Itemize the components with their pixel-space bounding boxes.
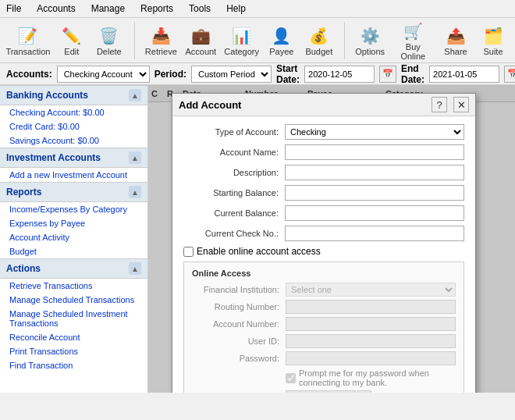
toolbar-edit-btn[interactable]: ✏️ Edit [56, 23, 87, 58]
account-name-input[interactable] [285, 144, 464, 160]
type-of-account-select[interactable]: Checking Savings Credit Card Investment [285, 124, 464, 140]
menu-file[interactable]: File [3, 2, 24, 16]
menu-reports[interactable]: Reports [137, 2, 176, 16]
sidebar-item-income-expenses[interactable]: Income/Expenses By Category [0, 202, 147, 216]
content-area: C R Date Number Payee Category Add Accou… [148, 85, 515, 393]
password-input[interactable] [286, 351, 456, 365]
sidebar-item-savings[interactable]: Savings Account: $0.00 [0, 133, 147, 148]
sidebar-item-credit[interactable]: Credit Card: $0.00 [0, 119, 147, 133]
description-label: Description: [183, 168, 285, 177]
routing-number-row: Routing Number: [192, 300, 456, 314]
sidebar-section-banking[interactable]: Banking Accounts ▲ [0, 85, 147, 105]
current-check-no-input[interactable] [285, 226, 464, 241]
account-name-row: Account Name: [183, 144, 464, 160]
password-label: Password: [192, 354, 286, 363]
start-date-label: Start Date: [276, 63, 300, 85]
toolbar-share-btn[interactable]: 📤 Share [440, 23, 471, 58]
account-bar: Accounts: Checking Account Period: Custo… [0, 63, 515, 85]
current-check-no-label: Current Check No.: [183, 229, 285, 238]
toolbar-category-btn[interactable]: 📊 Category [224, 23, 260, 58]
enable-online-checkbox[interactable] [183, 247, 194, 257]
buy-online-icon: 🛒 [400, 20, 425, 42]
toolbar-account-btn[interactable]: 💼 Account [184, 23, 218, 58]
modal-title-bar: Add Account ? ✕ [172, 94, 475, 116]
last-import-calendar-btn[interactable]: 📅 [357, 390, 371, 393]
toolbar: 📝 Transaction ✏️ Edit 🗑️ Delete 📥 Retrie… [0, 18, 515, 63]
sidebar-item-manage-scheduled-inv[interactable]: Manage Scheduled Investment Transactions [0, 307, 147, 330]
account-name-label: Account Name: [183, 148, 285, 157]
current-check-no-row: Current Check No.: [183, 226, 464, 241]
sidebar-section-investment[interactable]: Investment Accounts ▲ [0, 148, 147, 168]
accounts-select[interactable]: Checking Account [57, 66, 150, 83]
modal-body: Type of Account: Checking Savings Credit… [172, 116, 475, 393]
sidebar-item-budget[interactable]: Budget [0, 244, 147, 258]
sidebar-item-find[interactable]: Find Transaction [0, 358, 147, 372]
menu-manage[interactable]: Manage [88, 2, 128, 16]
transaction-icon: 📝 [16, 25, 41, 47]
starting-balance-row: Starting Balance: [183, 185, 464, 201]
online-access-section: Online Access Financial Institution: Sel… [183, 262, 464, 393]
period-label: Period: [154, 69, 186, 80]
start-date-input[interactable]: 2020-12-05 [304, 66, 375, 83]
account-number-input[interactable] [286, 317, 456, 331]
toolbar-transaction-btn[interactable]: 📝 Transaction [6, 23, 50, 58]
last-import-row: Last Import: 2020-12-05 📅 [192, 390, 456, 393]
routing-number-label: Routing Number: [192, 302, 286, 311]
sidebar-item-checking[interactable]: Checking Account: $0.00 [0, 105, 147, 119]
type-of-account-row: Type of Account: Checking Savings Credit… [183, 124, 464, 140]
sidebar-item-account-activity[interactable]: Account Activity [0, 230, 147, 244]
financial-institution-select[interactable]: Select one [286, 283, 456, 297]
account-number-label: Account Number: [192, 319, 286, 329]
main-layout: Banking Accounts ▲ Checking Account: $0.… [0, 85, 515, 393]
start-date-calendar-btn[interactable]: 📅 [379, 66, 396, 83]
sidebar-item-add-investment[interactable]: Add a new Investment Account [0, 168, 147, 182]
toolbar-suite-btn[interactable]: 🗂️ Suite [478, 23, 509, 58]
budget-icon: 💰 [307, 25, 332, 47]
sidebar-item-expenses-payee[interactable]: Expenses by Payee [0, 216, 147, 230]
starting-balance-label: Starting Balance: [183, 188, 285, 198]
menu-tools[interactable]: Tools [186, 2, 214, 16]
toolbar-delete-btn[interactable]: 🗑️ Delete [94, 23, 125, 58]
investment-collapse-btn[interactable]: ▲ [129, 151, 141, 164]
end-date-input[interactable]: 2021-01-05 [429, 66, 499, 83]
period-select[interactable]: Custom Period [191, 66, 272, 83]
prompt-checkbox [286, 373, 296, 383]
menu-accounts[interactable]: Accounts [34, 2, 78, 16]
reports-collapse-btn[interactable]: ▲ [129, 186, 141, 198]
starting-balance-input[interactable] [285, 185, 464, 201]
last-import-input[interactable]: 2020-12-05 [286, 390, 356, 393]
type-of-account-label: Type of Account: [183, 127, 285, 137]
separator-1 [134, 22, 135, 59]
banking-collapse-btn[interactable]: ▲ [129, 89, 141, 101]
toolbar-budget-btn[interactable]: 💰 Budget [304, 23, 335, 58]
sidebar-section-actions[interactable]: Actions ▲ [0, 258, 147, 279]
user-id-label: User ID: [192, 336, 286, 346]
prompt-row: Prompt me for my password when connectin… [192, 368, 456, 387]
toolbar-retrieve-btn[interactable]: 📥 Retrieve [144, 23, 178, 58]
routing-number-input[interactable] [286, 300, 456, 314]
user-id-input[interactable] [286, 334, 456, 348]
toolbar-payee-btn[interactable]: 👤 Payee [266, 23, 297, 58]
menu-help[interactable]: Help [223, 2, 249, 16]
sidebar-item-print[interactable]: Print Transactions [0, 344, 147, 358]
modal-help-icon-btn[interactable]: ? [432, 97, 447, 112]
toolbar-options-btn[interactable]: ⚙️ Options [354, 23, 386, 58]
toolbar-buy-online-btn[interactable]: 🛒 Buy Online [392, 19, 434, 62]
payee-icon: 👤 [269, 25, 294, 47]
sidebar-item-retrieve-transactions[interactable]: Retrieve Transactions [0, 279, 147, 293]
sidebar-item-manage-scheduled[interactable]: Manage Scheduled Transactions [0, 293, 147, 307]
category-icon: 📊 [229, 25, 254, 47]
sidebar-section-reports[interactable]: Reports ▲ [0, 182, 147, 202]
description-input[interactable] [285, 165, 464, 180]
end-date-calendar-btn[interactable]: 📅 [504, 66, 515, 83]
current-balance-row: Current Balance: [183, 205, 464, 221]
account-number-row: Account Number: [192, 317, 456, 331]
sidebar-item-reconcile[interactable]: Reconcile Account [0, 330, 147, 344]
online-access-title: Online Access [192, 269, 456, 278]
actions-collapse-btn[interactable]: ▲ [129, 262, 141, 275]
description-row: Description: [183, 165, 464, 180]
current-balance-input[interactable] [285, 205, 464, 221]
modal-close-btn[interactable]: ✕ [453, 97, 469, 112]
current-balance-label: Current Balance: [183, 208, 285, 218]
user-id-row: User ID: [192, 334, 456, 348]
